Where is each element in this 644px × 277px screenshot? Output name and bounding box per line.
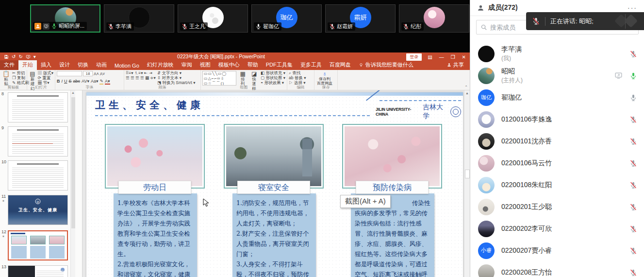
redo-icon[interactable]: ↻: [18, 54, 22, 59]
tab-design[interactable]: 设计: [55, 60, 74, 70]
mic-speaking-icon[interactable]: [629, 72, 637, 80]
reset-button[interactable]: ⟳ 重置: [38, 76, 53, 80]
font-size-box[interactable]: 18: [83, 71, 93, 76]
align-text-button[interactable]: ⇳ 对齐文本 ▾: [157, 76, 195, 80]
find-button[interactable]: ⌕ 查找: [289, 71, 306, 75]
member-row[interactable]: 小睿 02200207贾小睿: [470, 240, 644, 261]
member-row[interactable]: 02200201王少聪: [470, 196, 644, 218]
mic-muted-icon[interactable]: [629, 269, 637, 277]
cut-button[interactable]: ✂ 剪切: [12, 71, 29, 75]
shape-outline-button[interactable]: ▢ 形状轮廓 ▾: [261, 76, 285, 80]
shape-fill-button[interactable]: ◧ 形状填充 ▾: [261, 71, 285, 75]
share-button[interactable]: 共享: [441, 60, 470, 70]
thumbnail-slide-10[interactable]: [8, 160, 68, 190]
member-row[interactable]: 珈亿 翟珈亿: [470, 87, 644, 108]
save-to-baidu-button[interactable]: ♁保存到 百度网盘: [316, 71, 333, 86]
layout-button[interactable]: ▥ 版式▾: [38, 71, 53, 75]
photo-frame[interactable]: [224, 124, 324, 189]
restore-button[interactable]: ❐: [451, 54, 455, 60]
more-menu-icon[interactable]: ···: [627, 6, 637, 10]
undo-icon[interactable]: ↺: [12, 54, 16, 59]
shadow-button[interactable]: abc: [73, 79, 81, 84]
collapse-ribbon-icon[interactable]: ⌃: [464, 85, 468, 89]
text-panel[interactable]: 1.学校发布《吉林大学本科学生公寓卫生安全检查实施办法》，开展学生劳动实践教育和…: [114, 193, 197, 277]
member-row[interactable]: 昭昭(主持人): [470, 65, 644, 87]
tell-me-box[interactable]: 告诉我您想要做什么: [355, 60, 417, 70]
member-row[interactable]: 02200101沈亦香: [470, 130, 644, 152]
strikethrough-button[interactable]: S: [69, 79, 72, 84]
bold-button[interactable]: B: [57, 79, 60, 84]
minimize-button[interactable]: —: [439, 54, 444, 60]
tab-insert[interactable]: 插入: [37, 60, 55, 70]
slideshow-icon[interactable]: [26, 54, 31, 59]
tab-pdf-tools[interactable]: PDF工具集: [262, 60, 297, 70]
member-row[interactable]: 01200106李姝逸: [470, 108, 644, 130]
mic-muted-icon[interactable]: [629, 181, 637, 189]
replace-button[interactable]: ab 替换 ▾: [289, 76, 306, 80]
thumbnail-slide-11[interactable]: ② 卫生、安全、健康: [8, 195, 68, 225]
tab-help[interactable]: 帮助: [244, 60, 262, 70]
mic-muted-icon[interactable]: [629, 159, 637, 167]
thumbnail-slide-9[interactable]: [8, 126, 68, 156]
copy-button[interactable]: ❐ 复制: [12, 76, 29, 80]
tab-animations[interactable]: 动画: [92, 60, 111, 70]
italic-button[interactable]: I: [62, 79, 63, 84]
thumbnail-slide-12-current[interactable]: [8, 230, 68, 260]
char-spacing-button[interactable]: AV▾: [82, 79, 89, 84]
mic-muted-icon[interactable]: [629, 116, 637, 123]
tab-slideshow[interactable]: 幻灯片放映: [143, 60, 178, 70]
thumbnail-slide-13[interactable]: [8, 265, 68, 277]
tab-view[interactable]: 视图: [196, 60, 215, 70]
text-panel[interactable]: 1.消防安全，规范用电，节约用电，不使用违规电器，人走灯关，离寝断电； 2.财产…: [232, 193, 316, 277]
text-direction-button[interactable]: ⇵ 文字方向 ▾: [157, 71, 195, 75]
paste-button[interactable]: 📋粘贴: [1, 71, 11, 87]
arrange-button[interactable]: ▦排列: [238, 71, 248, 87]
video-tile-wangzhifan[interactable]: 王之凡: [178, 4, 248, 33]
highlight-button[interactable]: ✎: [99, 79, 103, 85]
tab-home[interactable]: 开始: [18, 60, 37, 70]
photo-frame[interactable]: [342, 124, 442, 189]
mic-muted-icon[interactable]: [629, 225, 637, 233]
change-case-button[interactable]: Aa▾: [91, 79, 99, 84]
mic-muted-icon[interactable]: [629, 247, 637, 255]
thumbnail-slide-8[interactable]: [8, 92, 68, 122]
slide-scrollbar[interactable]: ▲: [464, 90, 470, 277]
font-color-button[interactable]: A▾: [105, 79, 110, 85]
save-icon[interactable]: [4, 54, 9, 59]
video-tile-zhaozhao-screen[interactable]: 昭昭的屏...: [30, 4, 100, 33]
bullets-numbering-icons[interactable]: ⠿≡▾ ⒈≡▾ ⇤ ⇥: [126, 71, 156, 75]
slide-canvas[interactable]: 卫生、安全、健康 JILIN UNIVERSITY-CHINA 吉林大学 劳动日…: [86, 92, 463, 277]
login-button[interactable]: 登录: [406, 53, 422, 61]
close-button[interactable]: ✕: [462, 54, 466, 60]
ribbon-display-icon[interactable]: ▤: [428, 54, 432, 60]
mic-muted-icon[interactable]: [629, 203, 637, 211]
video-tile-jitong[interactable]: 纪彤: [399, 4, 469, 33]
member-row[interactable]: 02200202李可欣: [470, 218, 644, 240]
member-row[interactable]: 02200106马云竹: [470, 152, 644, 174]
shrink-font-icon[interactable]: A˅: [100, 71, 105, 76]
member-row[interactable]: 02200108朱红阳: [470, 174, 644, 196]
photo-frame[interactable]: [105, 124, 205, 189]
tab-baidu-pan[interactable]: 百度网盘: [326, 60, 355, 70]
font-name-box[interactable]: [57, 71, 82, 76]
shapes-gallery[interactable]: ▭▭╲╲▭◯▭△⌐⌐⇨⇩▭☆⌒⌒(): [202, 71, 236, 86]
tab-template-center[interactable]: 模板中心: [215, 60, 244, 70]
video-tile-zhaijiayi[interactable]: 珈亿 翟珈亿: [251, 4, 322, 33]
video-tile-zhaoshuangyan[interactable]: 霜妍 赵霜妍: [325, 4, 396, 33]
mic-muted-icon[interactable]: [629, 138, 637, 145]
video-tile-liqianman[interactable]: 李芊满: [104, 4, 174, 33]
thumbnail-scrollbar[interactable]: ▲: [70, 90, 75, 277]
tab-transitions[interactable]: 切换: [74, 60, 92, 70]
mic-on-icon[interactable]: [629, 94, 637, 102]
tab-review[interactable]: 审阅: [178, 60, 196, 70]
member-row[interactable]: 李芊满(我): [470, 43, 644, 65]
tab-file[interactable]: 文件: [0, 60, 18, 70]
tab-more-tools[interactable]: 更多工具: [297, 60, 326, 70]
underline-button[interactable]: U: [64, 79, 67, 84]
alignment-icons[interactable]: ☰ ☰ ☰ ☰ ▦ ≑▾: [126, 76, 156, 80]
mic-muted-icon[interactable]: [629, 50, 637, 58]
grow-font-icon[interactable]: A˄: [94, 71, 99, 76]
tab-motion-go[interactable]: Motion Go: [111, 62, 143, 70]
member-row[interactable]: 02200208王方怡: [470, 261, 644, 277]
slide-top-accent: [86, 92, 463, 96]
